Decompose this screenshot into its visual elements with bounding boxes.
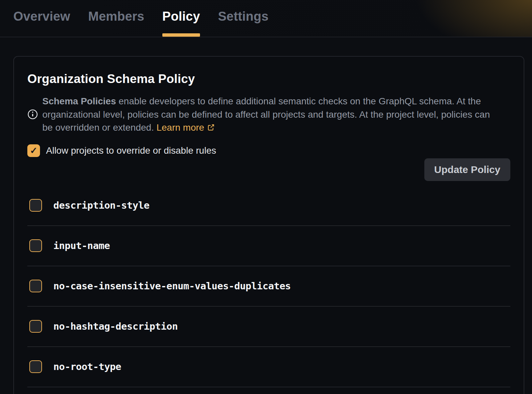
schema-policy-card: Organization Schema Policy Schema Polici… xyxy=(13,56,524,394)
rule-name: no-root-type xyxy=(53,361,121,372)
rule-checkbox[interactable] xyxy=(29,360,42,373)
rule-row-no-case-insensitive-enum-values-duplicates: no-case-insensitive-enum-values-duplicat… xyxy=(27,266,510,307)
policy-description-text: Schema Policies enable developers to def… xyxy=(42,95,500,134)
rule-checkbox[interactable] xyxy=(29,280,42,292)
tab-members-label: Members xyxy=(88,9,144,24)
tab-settings-label: Settings xyxy=(218,9,269,24)
tab-overview-label: Overview xyxy=(13,9,70,24)
rule-name: input-name xyxy=(53,240,110,251)
external-link-icon xyxy=(207,122,215,130)
learn-more-link[interactable]: Learn more xyxy=(156,122,215,133)
tab-overview[interactable]: Overview xyxy=(13,0,70,37)
rule-row-description-style: description-style xyxy=(27,186,510,226)
allow-override-label: Allow projects to override or disable ru… xyxy=(46,145,216,156)
rule-name: no-hashtag-description xyxy=(53,321,178,332)
description-intro: Schema Policies xyxy=(42,96,116,106)
rule-checkbox[interactable] xyxy=(29,199,42,212)
allow-override-row: ✓ Allow projects to override or disable … xyxy=(27,144,510,157)
update-policy-button[interactable]: Update Policy xyxy=(424,158,510,181)
rule-checkbox[interactable] xyxy=(29,239,42,252)
update-policy-row: Update Policy xyxy=(27,158,510,181)
tab-settings[interactable]: Settings xyxy=(218,0,269,37)
info-icon xyxy=(27,109,38,120)
rule-name: description-style xyxy=(53,200,149,211)
rule-checkbox[interactable] xyxy=(29,320,42,333)
rule-row-no-hashtag-description: no-hashtag-description xyxy=(27,307,510,347)
policy-description: Schema Policies enable developers to def… xyxy=(27,95,510,134)
page-title: Organization Schema Policy xyxy=(27,72,510,86)
org-tabbar: Overview Members Policy Settings xyxy=(0,0,532,37)
tab-active-underline xyxy=(162,33,200,37)
rule-name: no-case-insensitive-enum-values-duplicat… xyxy=(53,280,291,292)
rule-row-input-name: input-name xyxy=(27,226,510,266)
tab-policy-label: Policy xyxy=(162,9,200,24)
rules-list: description-style input-name no-case-ins… xyxy=(27,186,510,387)
rule-row-no-root-type: no-root-type xyxy=(27,347,510,387)
tab-members[interactable]: Members xyxy=(88,0,144,37)
tab-policy[interactable]: Policy xyxy=(162,0,200,37)
allow-override-checkbox[interactable]: ✓ xyxy=(27,144,40,157)
learn-more-label: Learn more xyxy=(156,122,204,133)
